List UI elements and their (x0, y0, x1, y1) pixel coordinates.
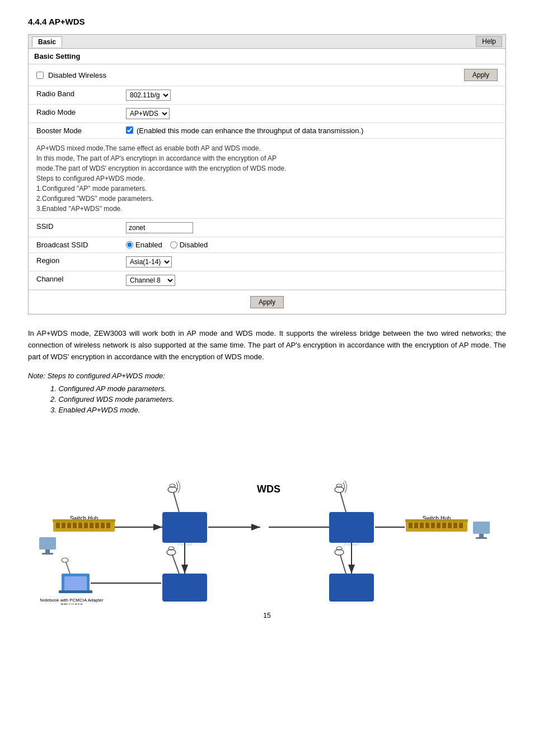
radio-mode-label: Radio Mode (29, 105, 118, 123)
tab-help[interactable]: Help (476, 36, 502, 47)
note-item-2: 2. Configured WDS mode parameters. (50, 395, 506, 403)
svg-rect-10 (90, 523, 93, 528)
info-step3: 3.Enabled "AP+WDS" mode. (36, 204, 498, 214)
radio-mode-select[interactable]: AP+WDS AP WDS (126, 108, 170, 119)
settings-panel: Basic Help Basic Setting Disabled Wirele… (28, 34, 506, 314)
svg-rect-9 (84, 523, 88, 528)
apply-row: Apply (29, 290, 505, 314)
panel-body: Basic Setting Disabled Wireless Apply Ra… (29, 49, 505, 314)
broadcast-ssid-group: Enabled Disabled (126, 241, 498, 249)
svg-rect-55 (479, 534, 484, 537)
svg-rect-69 (42, 553, 53, 555)
broadcast-enabled-text: Enabled (135, 241, 162, 249)
svg-rect-3 (53, 519, 115, 522)
info-box: AP+WDS mixed mode.The same effect as ena… (29, 139, 505, 219)
ssid-value (118, 219, 505, 237)
broadcast-ssid-enabled-label[interactable]: Enabled (126, 241, 162, 249)
region-select[interactable]: Asia(1-14) (126, 256, 172, 267)
svg-rect-42 (405, 519, 468, 522)
svg-rect-49 (442, 523, 446, 528)
svg-rect-58 (329, 574, 374, 602)
svg-rect-28 (64, 576, 87, 590)
svg-rect-48 (437, 523, 441, 528)
disabled-wireless-row: Disabled Wireless Apply (29, 64, 505, 86)
note-label: Note: Steps to configured AP+WDS mode: (28, 372, 506, 380)
svg-rect-56 (476, 537, 487, 539)
info-line3: mode.The part of WDS' encryption in acco… (36, 163, 498, 173)
panel-title: Basic Setting (29, 49, 505, 64)
radio-band-value: 802.11b/g 802.11b 802.11g (118, 86, 505, 105)
booster-mode-checkbox[interactable] (126, 126, 133, 134)
broadcast-ssid-label: Broadcast SSID (29, 237, 118, 253)
ssid-row: SSID (29, 219, 505, 237)
note-item-3: 3. Enabled AP+WDS mode. (50, 406, 506, 414)
settings-table: Radio Band 802.11b/g 802.11b 802.11g Rad… (29, 86, 505, 139)
svg-rect-52 (459, 523, 463, 528)
booster-mode-label: Booster Mode (29, 123, 118, 139)
disabled-wireless-apply-button[interactable]: Apply (464, 69, 498, 81)
booster-mode-value: (Enabled this mode can enhance the throu… (118, 123, 505, 139)
disabled-wireless-label: Disabled Wireless (48, 71, 106, 79)
ssid-label: SSID (29, 219, 118, 237)
apply-button[interactable]: Apply (250, 296, 284, 308)
broadcast-ssid-enabled-radio[interactable] (126, 241, 133, 248)
svg-rect-13 (106, 523, 110, 528)
disabled-wireless-checkbox[interactable] (36, 72, 44, 79)
broadcast-ssid-row: Broadcast SSID Enabled Disabled (29, 237, 505, 253)
broadcast-ssid-disabled-radio[interactable] (170, 241, 177, 248)
info-step1: 1.Configured "AP" mode parameters. (36, 184, 498, 194)
broadcast-ssid-disabled-label[interactable]: Disabled (170, 241, 208, 249)
svg-rect-54 (473, 522, 490, 534)
radio-band-select[interactable]: 802.11b/g 802.11b 802.11g (126, 90, 171, 101)
settings-table-2: SSID Broadcast SSID Enabled Disa (29, 219, 505, 290)
svg-rect-44 (414, 523, 418, 528)
broadcast-ssid-value: Enabled Disabled (118, 237, 505, 253)
info-line2: In this mode, The part of AP's encrytiop… (36, 153, 498, 163)
svg-rect-4 (56, 523, 60, 528)
channel-value: Channel 1Channel 2Channel 3 Channel 4Cha… (118, 271, 505, 290)
svg-line-37 (340, 492, 346, 512)
svg-line-24 (172, 555, 179, 574)
channel-row: Channel Channel 1Channel 2Channel 3 Chan… (29, 271, 505, 290)
radio-mode-value: AP+WDS AP WDS (118, 105, 505, 123)
svg-rect-35 (329, 512, 374, 543)
svg-rect-43 (409, 523, 413, 528)
info-line1: AP+WDS mixed mode.The same effect as ena… (36, 143, 498, 153)
svg-text:ZEW1505: ZEW1505 (60, 603, 83, 604)
svg-rect-22 (162, 574, 207, 602)
svg-rect-67 (39, 537, 56, 550)
svg-rect-6 (67, 523, 71, 528)
radio-mode-row: Radio Mode AP+WDS AP WDS (29, 105, 505, 123)
channel-label: Channel (29, 271, 118, 290)
svg-line-60 (340, 555, 346, 574)
disabled-wireless-left: Disabled Wireless (36, 71, 106, 79)
ssid-input[interactable] (126, 222, 193, 233)
svg-rect-8 (78, 523, 82, 528)
page-number: 15 (28, 612, 506, 619)
booster-mode-description: (Enabled this mode can enhance the throu… (137, 126, 363, 135)
svg-text:WDS: WDS (257, 483, 280, 495)
broadcast-disabled-text: Disabled (180, 241, 208, 249)
booster-mode-row: Booster Mode (Enabled this mode can enha… (29, 123, 505, 139)
radio-band-label: Radio Band (29, 86, 118, 105)
svg-rect-29 (59, 590, 92, 593)
svg-rect-50 (448, 523, 452, 528)
region-value: Asia(1-14) (118, 253, 505, 271)
svg-rect-51 (453, 523, 457, 528)
info-steps-header: Steps to configured AP+WDS mode. (36, 173, 498, 184)
tab-basic[interactable]: Basic (32, 36, 62, 47)
panel-tabs: Basic Help (29, 35, 505, 49)
region-row: Region Asia(1-14) (29, 253, 505, 271)
diagram-svg: WDS Switch Hub Zornaet (28, 425, 509, 604)
svg-rect-7 (73, 523, 77, 528)
channel-select[interactable]: Channel 1Channel 2Channel 3 Channel 4Cha… (126, 275, 175, 286)
region-label: Region (29, 253, 118, 271)
info-step2: 2.Configured "WDS" mode parameters. (36, 194, 498, 204)
svg-rect-5 (62, 523, 65, 528)
svg-line-17 (174, 492, 179, 512)
svg-text:Notebook with PCMCIA Adapter: Notebook with PCMCIA Adapter (40, 598, 104, 603)
svg-rect-12 (101, 523, 105, 528)
svg-rect-11 (95, 523, 99, 528)
body-paragraph: In AP+WDS mode, ZEW3003 will work both i… (28, 328, 506, 363)
svg-rect-46 (425, 523, 429, 528)
